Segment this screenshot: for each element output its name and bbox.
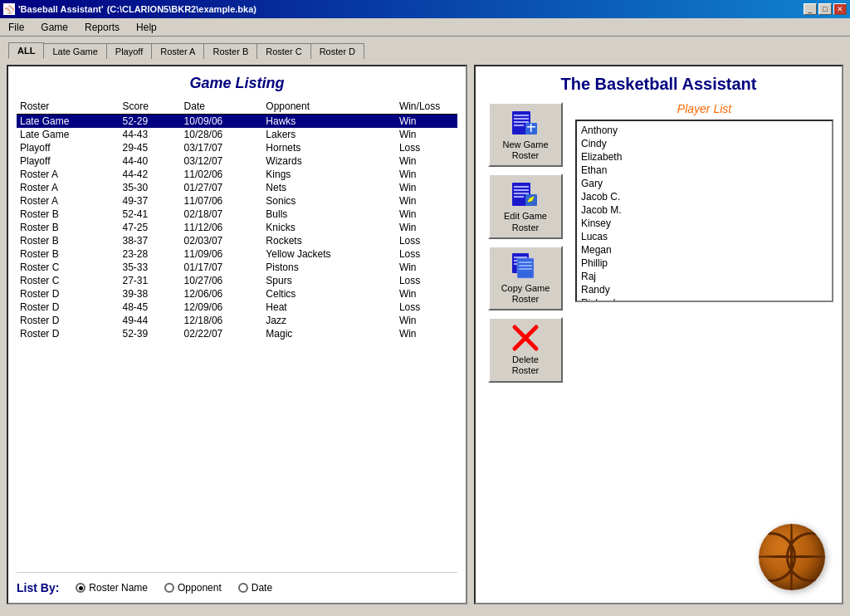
cell-opponent: Bulls — [262, 208, 396, 221]
tab-roster-b[interactable]: Roster B — [203, 43, 257, 59]
tab-playoff[interactable]: Playoff — [106, 43, 152, 59]
list-item[interactable]: Richard — [579, 296, 829, 302]
table-row[interactable]: Roster C35-3301/17/07PistonsWin — [17, 261, 457, 274]
right-inner: New GameRoster — [484, 102, 833, 594]
cell-roster: Roster B — [17, 234, 119, 247]
main-content: Game Listing Roster Score Date Opponent … — [0, 58, 850, 611]
close-button[interactable]: ✕ — [833, 3, 847, 15]
tab-late-game[interactable]: Late Game — [43, 43, 106, 59]
radio-date-btn[interactable] — [238, 583, 248, 593]
list-item[interactable]: Lucas — [579, 230, 829, 243]
cell-date: 01/17/07 — [181, 261, 263, 274]
minimize-button[interactable]: _ — [804, 3, 817, 15]
cell-date: 03/12/07 — [181, 154, 263, 168]
col-header-roster: Roster — [17, 99, 119, 115]
window-title: 'Baseball Assistant' — [18, 4, 104, 14]
svg-rect-9 — [514, 186, 529, 188]
cell-opponent: Spurs — [262, 274, 396, 287]
menu-game[interactable]: Game — [36, 20, 73, 35]
assistant-title: The Basketball Assistant — [484, 75, 833, 94]
cell-score: 38-37 — [119, 234, 180, 247]
table-row[interactable]: Roster B23-2811/09/06Yellow JacketsLoss — [17, 247, 457, 261]
table-row[interactable]: Roster D48-4512/09/06HeatLoss — [17, 301, 457, 314]
cell-roster: Roster A — [17, 168, 119, 181]
radio-roster-name[interactable]: Roster Name — [76, 582, 148, 594]
table-row[interactable]: Roster A49-3711/07/06SonicsWin — [17, 194, 457, 208]
list-item[interactable]: Megan — [579, 243, 829, 257]
table-row[interactable]: Playoff44-4003/12/07WizardsWin — [17, 154, 457, 168]
assistant-panel: The Basketball Assistant — [474, 65, 843, 604]
svg-rect-10 — [514, 189, 529, 191]
table-row[interactable]: Late Game52-2910/09/06HawksWin — [17, 115, 457, 129]
table-row[interactable]: Roster D52-3902/22/07MagicWin — [17, 327, 457, 340]
radio-date[interactable]: Date — [238, 582, 272, 594]
copy-game-roster-button[interactable]: Copy GameRoster — [488, 246, 563, 310]
player-list-box[interactable]: AnthonyCindyElizabethEthanGaryJacob C.Ja… — [575, 120, 833, 302]
cell-date: 03/17/07 — [181, 141, 263, 154]
table-row[interactable]: Roster C27-3110/27/06SpursLoss — [17, 274, 457, 287]
tab-roster-a[interactable]: Roster A — [151, 43, 204, 59]
list-item[interactable]: Anthony — [579, 124, 829, 137]
list-item[interactable]: Phillip — [579, 257, 829, 270]
table-row[interactable]: Roster B52-4102/18/07BullsWin — [17, 208, 457, 221]
edit-game-roster-button[interactable]: Edit GameRoster — [488, 174, 563, 238]
tab-all[interactable]: ALL — [8, 42, 44, 59]
menu-reports[interactable]: Reports — [80, 20, 125, 35]
cell-roster: Roster D — [17, 314, 119, 327]
table-row[interactable]: Roster D49-4412/18/06JazzWin — [17, 314, 457, 327]
radio-roster-name-btn[interactable] — [76, 583, 85, 593]
new-game-roster-button[interactable]: New GameRoster — [488, 102, 563, 167]
cell-roster: Roster B — [17, 221, 119, 234]
cell-winloss: Loss — [396, 247, 457, 261]
maximize-button[interactable]: □ — [818, 3, 832, 15]
delete-roster-button[interactable]: DeleteRoster — [488, 317, 563, 382]
title-bar-left: ⚾ 'Baseball Assistant' (C:\CLARION5\BKR2… — [3, 3, 256, 15]
list-item[interactable]: Jacob C. — [579, 190, 829, 203]
cell-score: 52-29 — [119, 115, 180, 129]
cell-opponent: Celtics — [262, 287, 396, 301]
table-row[interactable]: Roster B47-2511/12/06KnicksWin — [17, 221, 457, 234]
cell-date: 02/22/07 — [181, 327, 263, 340]
cell-score: 49-37 — [119, 194, 180, 208]
col-header-score: Score — [119, 99, 180, 115]
cell-opponent: Lakers — [262, 128, 396, 141]
game-table-body: Late Game52-2910/09/06HawksWinLate Game4… — [17, 115, 457, 341]
radio-opponent[interactable]: Opponent — [164, 582, 222, 594]
table-row[interactable]: Late Game44-4310/28/06LakersWin — [17, 128, 457, 141]
radio-opponent-btn[interactable] — [164, 583, 174, 593]
table-row[interactable]: Roster A35-3001/27/07NetsWin — [17, 181, 457, 194]
cell-winloss: Win — [396, 314, 457, 327]
table-row[interactable]: Playoff29-4503/17/07HornetsLoss — [17, 141, 457, 154]
cell-roster: Playoff — [17, 141, 119, 154]
list-item[interactable]: Elizabeth — [579, 150, 829, 164]
svg-rect-22 — [519, 268, 532, 270]
cell-score: 52-39 — [119, 327, 180, 340]
menu-help[interactable]: Help — [131, 20, 162, 35]
list-item[interactable]: Kinsey — [579, 217, 829, 230]
list-item[interactable]: Cindy — [579, 137, 829, 150]
radio-opponent-label: Opponent — [178, 582, 222, 594]
basketball-ball — [759, 524, 825, 590]
cell-winloss: Win — [396, 327, 457, 340]
list-item[interactable]: Ethan — [579, 164, 829, 177]
svg-rect-12 — [514, 196, 524, 198]
tab-roster-d[interactable]: Roster D — [310, 43, 364, 59]
cell-date: 11/07/06 — [181, 194, 263, 208]
tab-roster-c[interactable]: Roster C — [256, 43, 310, 59]
list-item[interactable]: Raj — [579, 270, 829, 283]
cell-score: 52-41 — [119, 208, 180, 221]
list-item[interactable]: Gary — [579, 177, 829, 190]
table-row[interactable]: Roster D39-3812/06/06CelticsWin — [17, 287, 457, 301]
menu-file[interactable]: File — [3, 20, 29, 35]
cell-opponent: Hornets — [262, 141, 396, 154]
cell-score: 35-30 — [119, 181, 180, 194]
edit-game-roster-label: Edit GameRoster — [504, 211, 547, 232]
cell-opponent: Yellow Jackets — [262, 247, 396, 261]
cell-roster: Roster C — [17, 274, 119, 287]
table-row[interactable]: Roster A44-4211/02/06KingsWin — [17, 168, 457, 181]
cell-roster: Late Game — [17, 128, 119, 141]
copy-game-roster-label: Copy GameRoster — [501, 283, 550, 305]
table-row[interactable]: Roster B38-3702/03/07RocketsLoss — [17, 234, 457, 247]
list-item[interactable]: Randy — [579, 283, 829, 296]
list-item[interactable]: Jacob M. — [579, 203, 829, 217]
